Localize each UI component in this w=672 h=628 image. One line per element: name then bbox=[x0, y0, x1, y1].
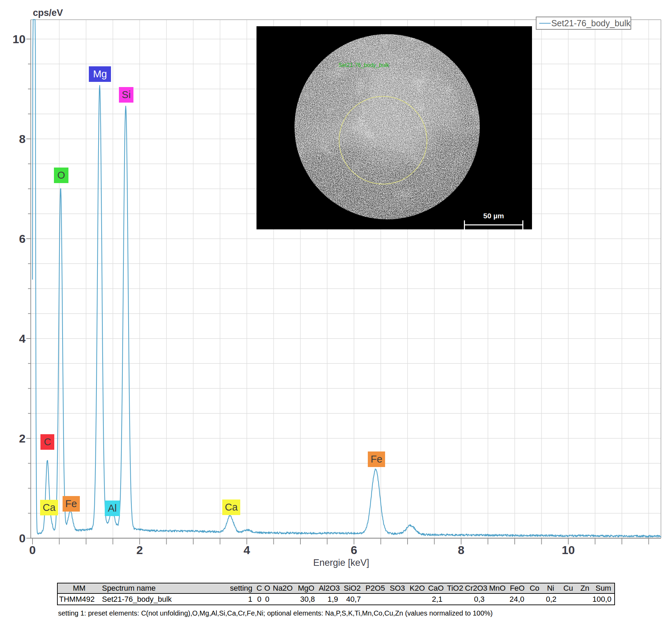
table-header-c: C bbox=[255, 583, 263, 593]
element-label-al: Al bbox=[105, 501, 120, 516]
table-header-co: Co bbox=[527, 583, 542, 593]
table-data-row: THMM492Set21-76_body_bulk10030,81,940,72… bbox=[57, 593, 615, 605]
legend: Set21-76_body_bulk bbox=[536, 17, 631, 30]
table-header-row: MMSpectrum namesettingCONa2OMgOAl2O3SiO2… bbox=[57, 583, 615, 593]
element-label-fe: Fe bbox=[368, 451, 385, 467]
x-tick-label: 2 bbox=[137, 543, 143, 556]
element-label-mg: Mg bbox=[89, 66, 111, 82]
table-header-p2o5: P2O5 bbox=[364, 583, 387, 593]
eds-report-page: cps/eV 02468100246810 CCaFeOMgAlSiCaFe E… bbox=[0, 0, 672, 628]
table-header-cr2o3: Cr2O3 bbox=[465, 583, 487, 593]
table-cell-spectrum-name: Set21-76_body_bulk bbox=[101, 593, 222, 605]
x-axis-title: Energie [keV] bbox=[313, 558, 369, 568]
table-header-mm: MM bbox=[57, 583, 101, 593]
table-header-sum: Sum bbox=[592, 583, 615, 593]
table-header-na2o: Na2O bbox=[271, 583, 295, 593]
table-header-setting: setting bbox=[222, 583, 255, 593]
table-cell-na2o bbox=[271, 593, 295, 605]
table-cell-so3 bbox=[387, 593, 408, 605]
results-table: MMSpectrum namesettingCONa2OMgOAl2O3SiO2… bbox=[57, 583, 615, 605]
table-cell-ni: 0,2 bbox=[542, 593, 559, 605]
table-cell-mm: THMM492 bbox=[57, 593, 101, 605]
table-cell-mgo: 30,8 bbox=[295, 593, 318, 605]
x-tick-label: 8 bbox=[458, 543, 465, 556]
y-tick-label: 6 bbox=[19, 232, 26, 245]
x-tick-label: 10 bbox=[562, 543, 575, 556]
table-header-sio2: SiO2 bbox=[341, 583, 364, 593]
table-cell-cu bbox=[559, 593, 577, 605]
table-footnote: setting 1: preset elements: C(not unfold… bbox=[58, 609, 493, 617]
x-tick-label: 6 bbox=[351, 543, 357, 556]
table-cell-o: 0 bbox=[263, 593, 271, 605]
table-cell-setting: 1 bbox=[222, 593, 255, 605]
table-header-mno: MnO bbox=[487, 583, 507, 593]
y-tick-label: 8 bbox=[19, 132, 26, 145]
table-header-zn: Zn bbox=[577, 583, 592, 593]
table-cell-p2o5 bbox=[364, 593, 387, 605]
sem-image-inset: Set21-76_body_bulk 50 µm bbox=[256, 26, 532, 229]
table-cell-feo: 24,0 bbox=[507, 593, 527, 605]
y-tick-label: 2 bbox=[19, 432, 26, 445]
element-label-fe: Fe bbox=[63, 496, 80, 512]
table-header-cao: CaO bbox=[427, 583, 445, 593]
table-cell-c: 0 bbox=[255, 593, 263, 605]
table-cell-cao: 2,1 bbox=[427, 593, 445, 605]
x-tick-label: 0 bbox=[29, 543, 36, 556]
table-header-o: O bbox=[263, 583, 271, 593]
table-header-feo: FeO bbox=[507, 583, 527, 593]
table-header-so3: SO3 bbox=[387, 583, 408, 593]
table-header-k2o: K2O bbox=[408, 583, 427, 593]
sem-scale-bar-label: 50 µm bbox=[483, 212, 504, 220]
table-cell-cr2o3: 0,3 bbox=[465, 593, 487, 605]
table-cell-zn bbox=[577, 593, 592, 605]
sem-image: Set21-76_body_bulk 50 µm bbox=[256, 26, 532, 229]
table-cell-tio2 bbox=[445, 593, 465, 605]
element-label-ca: Ca bbox=[40, 500, 58, 515]
table-header-cu: Cu bbox=[559, 583, 577, 593]
table-header-al2o3: Al2O3 bbox=[318, 583, 341, 593]
table-header-ni: Ni bbox=[542, 583, 559, 593]
table-header-tio2: TiO2 bbox=[445, 583, 465, 593]
table-cell-sio2: 40,7 bbox=[341, 593, 364, 605]
table-cell-k2o bbox=[408, 593, 427, 605]
table-header-mgo: MgO bbox=[295, 583, 318, 593]
y-tick-label: 10 bbox=[12, 32, 26, 46]
y-tick-label: 4 bbox=[19, 332, 26, 345]
element-label-ca: Ca bbox=[222, 499, 240, 515]
x-tick-label: 4 bbox=[244, 543, 250, 556]
element-label-si: Si bbox=[119, 87, 133, 103]
element-label-o: O bbox=[54, 168, 68, 183]
table-cell-co bbox=[527, 593, 542, 605]
y-tick-label: 0 bbox=[19, 532, 26, 545]
element-label-c: C bbox=[40, 434, 54, 450]
sem-roi-label: Set21-76_body_bulk bbox=[338, 62, 390, 68]
legend-line-swatch bbox=[539, 23, 551, 24]
table-cell-sum: 100,0 bbox=[592, 593, 615, 605]
table-cell-mno bbox=[487, 593, 507, 605]
table-header-spectrum-name: Spectrum name bbox=[101, 583, 222, 593]
legend-label: Set21-76_body_bulk bbox=[551, 18, 631, 28]
table-cell-al2o3: 1,9 bbox=[318, 593, 341, 605]
